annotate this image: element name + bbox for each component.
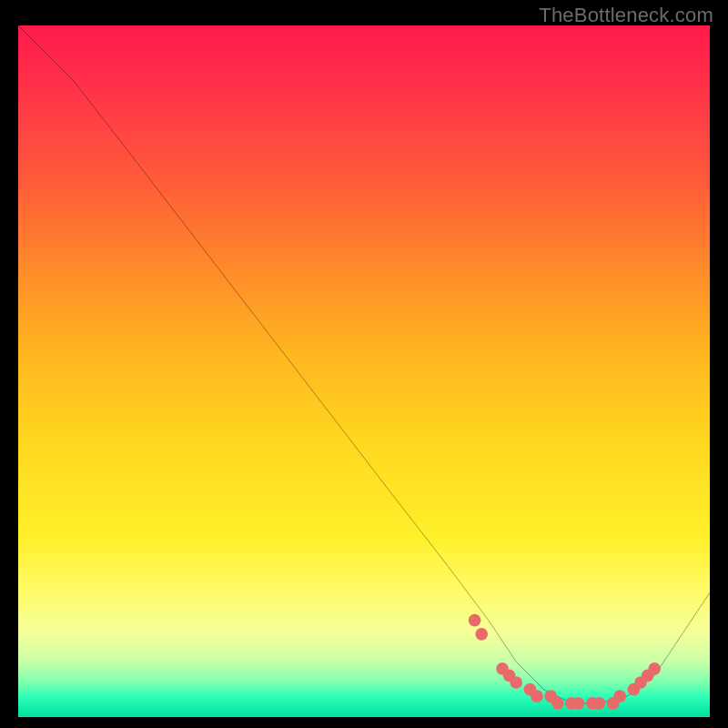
bottleneck-curve [18, 25, 710, 703]
marker-point [593, 697, 606, 710]
marker-point [551, 697, 564, 710]
marker-point [510, 676, 522, 689]
marker-point [613, 690, 626, 703]
chart-frame: TheBottleneck.com [0, 0, 728, 728]
marker-point [648, 662, 661, 675]
watermark-text: TheBottleneck.com [539, 4, 713, 27]
curve-layer [18, 25, 710, 717]
marker-point [531, 690, 543, 703]
marker-point [572, 697, 585, 710]
marker-point [475, 628, 488, 641]
optimal-zone-points [469, 614, 661, 710]
plot-area [18, 25, 710, 717]
marker-point [469, 614, 481, 627]
